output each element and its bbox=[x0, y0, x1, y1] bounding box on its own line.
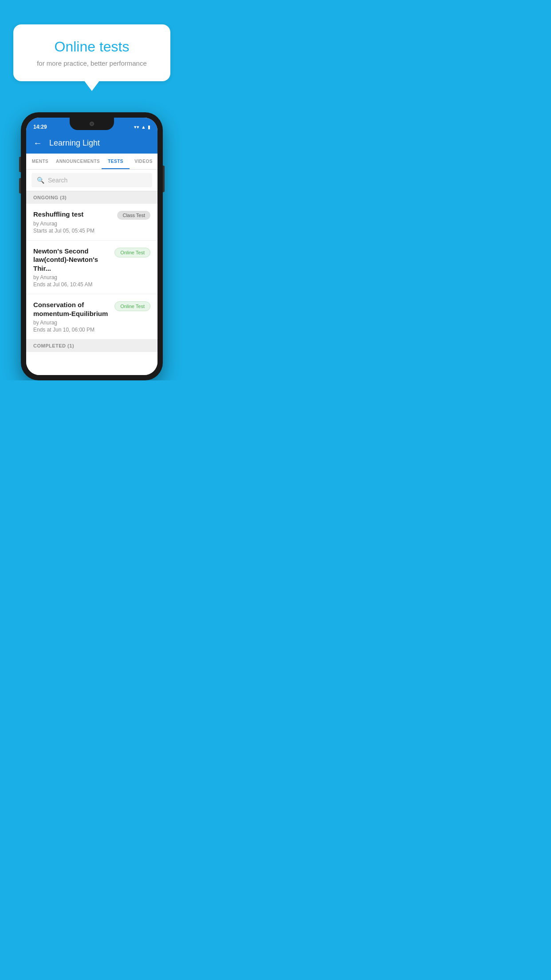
search-icon: 🔍 bbox=[37, 177, 44, 184]
phone-screen: 14:29 ▾▾ ▲ ▮ ← Learning Light MENTS ANNO… bbox=[26, 118, 157, 375]
test-info-2: Newton's Second law(contd)-Newton's Thir… bbox=[33, 247, 114, 288]
speech-bubble: Online tests for more practice, better p… bbox=[13, 24, 170, 81]
tab-announcements[interactable]: ANNOUNCEMENTS bbox=[54, 154, 102, 169]
tabs-bar: MENTS ANNOUNCEMENTS TESTS VIDEOS bbox=[26, 154, 157, 170]
battery-icon: ▮ bbox=[148, 124, 150, 130]
search-placeholder: Search bbox=[48, 177, 67, 184]
test-date-1: Starts at Jul 05, 05:45 PM bbox=[33, 228, 113, 234]
status-time: 14:29 bbox=[33, 124, 47, 130]
status-icons: ▾▾ ▲ ▮ bbox=[134, 124, 150, 130]
test-info-3: Conservation of momentum-Equilibrium by … bbox=[33, 300, 114, 333]
test-list: Reshuffling test by Anurag Starts at Jul… bbox=[26, 204, 157, 375]
wifi-icon: ▾▾ bbox=[134, 124, 139, 130]
test-badge-1: Class Test bbox=[117, 211, 150, 220]
app-bar: ← Learning Light bbox=[26, 134, 157, 154]
test-item-1[interactable]: Reshuffling test by Anurag Starts at Jul… bbox=[26, 204, 157, 241]
phone-container: 14:29 ▾▾ ▲ ▮ ← Learning Light MENTS ANNO… bbox=[0, 112, 184, 380]
signal-icon: ▲ bbox=[141, 124, 146, 130]
search-input-wrapper[interactable]: 🔍 Search bbox=[31, 173, 152, 187]
test-author-3: by Anurag bbox=[33, 320, 110, 326]
volume-down-button bbox=[19, 178, 21, 194]
test-name-3: Conservation of momentum-Equilibrium bbox=[33, 300, 110, 318]
tab-videos[interactable]: VIDEOS bbox=[130, 154, 157, 169]
bubble-subtitle: for more practice, better performance bbox=[31, 59, 153, 67]
test-name-1: Reshuffling test bbox=[33, 210, 113, 219]
front-camera bbox=[90, 122, 94, 126]
tab-tests[interactable]: TESTS bbox=[102, 154, 130, 169]
test-info-1: Reshuffling test by Anurag Starts at Jul… bbox=[33, 210, 117, 234]
completed-section-label: COMPLETED (1) bbox=[26, 340, 157, 352]
test-author-1: by Anurag bbox=[33, 221, 113, 227]
test-name-2: Newton's Second law(contd)-Newton's Thir… bbox=[33, 247, 110, 273]
bubble-title: Online tests bbox=[31, 39, 153, 55]
test-author-2: by Anurag bbox=[33, 274, 110, 281]
tab-ments[interactable]: MENTS bbox=[26, 154, 54, 169]
volume-up-button bbox=[19, 157, 21, 172]
phone-notch bbox=[70, 118, 114, 130]
test-item-2[interactable]: Newton's Second law(contd)-Newton's Thir… bbox=[26, 241, 157, 295]
app-title: Learning Light bbox=[49, 138, 100, 148]
test-badge-3: Online Test bbox=[114, 301, 150, 311]
test-item-3[interactable]: Conservation of momentum-Equilibrium by … bbox=[26, 294, 157, 340]
hero-section: Online tests for more practice, better p… bbox=[0, 0, 184, 90]
test-badge-2: Online Test bbox=[114, 248, 150, 257]
test-date-3: Ends at Jun 10, 06:00 PM bbox=[33, 327, 110, 333]
ongoing-section-label: ONGOING (3) bbox=[26, 191, 157, 204]
phone-frame: 14:29 ▾▾ ▲ ▮ ← Learning Light MENTS ANNO… bbox=[21, 112, 163, 380]
back-button[interactable]: ← bbox=[33, 138, 42, 148]
power-button bbox=[163, 166, 165, 192]
search-container: 🔍 Search bbox=[26, 170, 157, 191]
test-date-2: Ends at Jul 06, 10:45 AM bbox=[33, 281, 110, 288]
